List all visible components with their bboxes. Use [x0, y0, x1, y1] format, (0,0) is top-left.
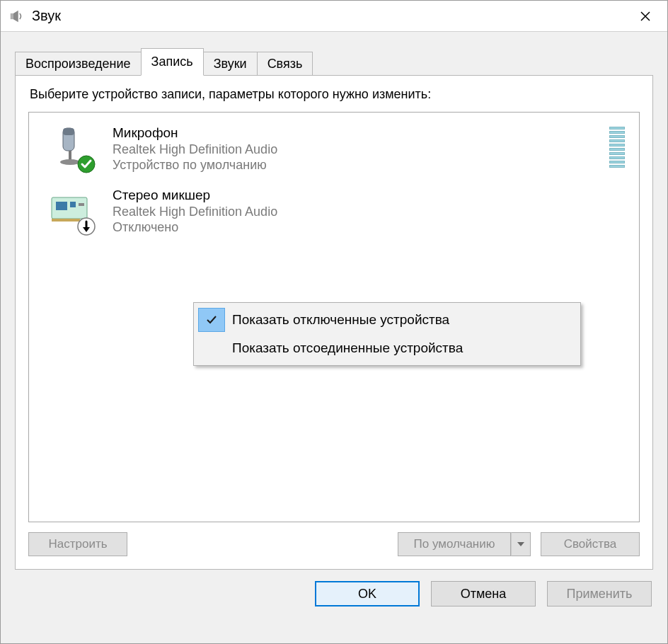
tab-communications[interactable]: Связь: [257, 52, 313, 76]
menu-item-show-disconnected[interactable]: Показать отсоединенные устройства: [195, 334, 579, 362]
sound-icon: [8, 8, 25, 25]
device-driver: Realtek High Definition Audio: [113, 204, 628, 220]
device-name: Стерео микшер: [113, 188, 628, 204]
configure-button[interactable]: Настроить: [28, 532, 127, 556]
device-texts: Микрофон Realtek High Definition Audio У…: [113, 125, 602, 173]
disabled-badge-icon: [77, 217, 96, 236]
device-status: Устройство по умолчанию: [113, 157, 602, 173]
sound-dialog: Звук Воспроизведение Запись Звуки Связь …: [0, 0, 668, 644]
svg-rect-8: [56, 202, 67, 210]
set-default-split-button[interactable]: По умолчанию: [398, 532, 531, 556]
svg-rect-4: [69, 151, 71, 161]
apply-button[interactable]: Применить: [547, 581, 652, 606]
default-badge-icon: [77, 155, 96, 173]
device-status: Отключено: [113, 219, 628, 236]
dialog-buttons: OK Отмена Применить: [1, 570, 667, 619]
tab-sounds[interactable]: Звуки: [203, 52, 258, 76]
device-texts: Стерео микшер Realtek High Definition Au…: [113, 188, 628, 236]
context-menu: Показать отключенные устройства Показать…: [193, 302, 581, 366]
properties-button[interactable]: Свойства: [541, 532, 640, 556]
titlebar: Звук: [1, 1, 667, 32]
set-default-button[interactable]: По умолчанию: [398, 532, 511, 556]
cancel-button[interactable]: Отмена: [431, 581, 536, 606]
panel-buttons: Настроить По умолчанию Свойства: [28, 532, 640, 556]
svg-rect-9: [70, 202, 76, 207]
window-title: Звук: [32, 8, 629, 24]
menu-item-label: Показать отсоединенные устройства: [229, 340, 463, 356]
client-area: Воспроизведение Запись Звуки Связь Выбер…: [1, 32, 667, 643]
device-row[interactable]: Микрофон Realtek High Definition Audio У…: [38, 118, 630, 180]
tabs-container: Воспроизведение Запись Звуки Связь Выбер…: [1, 32, 667, 570]
device-name: Микрофон: [113, 125, 602, 142]
tab-panel-recording: Выберите устройство записи, параметры ко…: [15, 75, 653, 570]
svg-rect-3: [63, 128, 74, 135]
check-icon: [198, 308, 225, 332]
level-meter: [609, 125, 625, 168]
svg-marker-14: [517, 542, 524, 546]
svg-rect-0: [11, 13, 13, 18]
chevron-down-icon[interactable]: [511, 532, 531, 556]
menu-item-label: Показать отключенные устройства: [229, 312, 449, 328]
device-driver: Realtek High Definition Audio: [113, 142, 602, 158]
menu-item-show-disabled[interactable]: Показать отключенные устройства: [195, 306, 579, 334]
svg-marker-1: [13, 10, 18, 22]
check-placeholder: [198, 336, 225, 360]
instruction-text: Выберите устройство записи, параметры ко…: [30, 87, 640, 102]
microphone-icon: [47, 125, 93, 171]
ok-button[interactable]: OK: [315, 581, 420, 606]
device-row[interactable]: Стерео микшер Realtek High Definition Au…: [38, 180, 630, 243]
device-list[interactable]: Микрофон Realtek High Definition Audio У…: [28, 112, 640, 522]
tab-playback[interactable]: Воспроизведение: [15, 52, 142, 76]
svg-rect-11: [52, 219, 80, 222]
svg-rect-10: [79, 203, 84, 206]
close-button[interactable]: [629, 2, 662, 30]
soundcard-icon: [47, 188, 93, 233]
tab-recording[interactable]: Запись: [141, 48, 204, 76]
tabstrip: Воспроизведение Запись Звуки Связь: [15, 47, 653, 75]
